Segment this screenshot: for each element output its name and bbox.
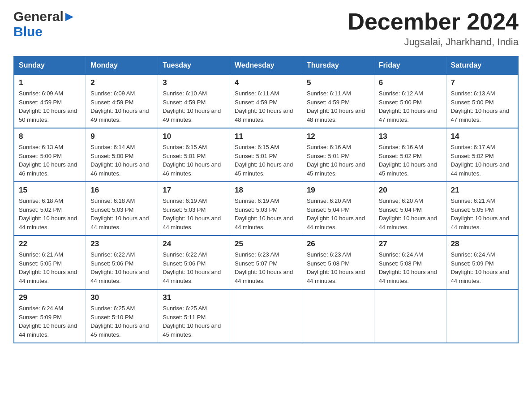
day-info: Sunrise: 6:18 AMSunset: 5:03 PMDaylight:…: [90, 197, 153, 231]
day-number: 18: [235, 186, 297, 195]
calendar-cell: 7Sunrise: 6:13 AMSunset: 5:00 PMDaylight…: [446, 74, 518, 128]
calendar-week-row: 8Sunrise: 6:13 AMSunset: 5:00 PMDaylight…: [14, 128, 518, 182]
day-info: Sunrise: 6:11 AMSunset: 4:59 PMDaylight:…: [235, 89, 297, 124]
day-number: 27: [379, 240, 442, 248]
col-thursday: Thursday: [302, 56, 374, 74]
calendar-cell: 16Sunrise: 6:18 AMSunset: 5:03 PMDayligh…: [86, 182, 158, 235]
day-info: Sunrise: 6:13 AMSunset: 5:00 PMDaylight:…: [451, 89, 513, 124]
day-number: 28: [451, 240, 513, 248]
day-info: Sunrise: 6:23 AMSunset: 5:07 PMDaylight:…: [235, 250, 297, 285]
day-info: Sunrise: 6:09 AMSunset: 4:59 PMDaylight:…: [19, 89, 81, 124]
day-number: 31: [163, 293, 225, 302]
calendar-cell: 28Sunrise: 6:24 AMSunset: 5:09 PMDayligh…: [446, 235, 518, 289]
day-number: 21: [451, 186, 513, 195]
calendar-cell: 15Sunrise: 6:18 AMSunset: 5:02 PMDayligh…: [14, 182, 86, 235]
day-number: 7: [451, 78, 513, 87]
calendar-cell: 12Sunrise: 6:16 AMSunset: 5:01 PMDayligh…: [302, 128, 374, 182]
calendar-cell: 24Sunrise: 6:22 AMSunset: 5:06 PMDayligh…: [158, 235, 230, 289]
calendar-cell: 18Sunrise: 6:19 AMSunset: 5:03 PMDayligh…: [230, 182, 302, 235]
calendar-cell: 6Sunrise: 6:12 AMSunset: 5:00 PMDaylight…: [374, 74, 446, 128]
day-info: Sunrise: 6:24 AMSunset: 5:09 PMDaylight:…: [451, 250, 513, 285]
day-number: 1: [19, 78, 81, 87]
calendar-cell: 22Sunrise: 6:21 AMSunset: 5:05 PMDayligh…: [14, 235, 86, 289]
calendar-cell: 29Sunrise: 6:24 AMSunset: 5:09 PMDayligh…: [14, 289, 86, 343]
logo-general-text: General: [13, 9, 64, 24]
day-info: Sunrise: 6:13 AMSunset: 5:00 PMDaylight:…: [19, 143, 81, 178]
day-info: Sunrise: 6:22 AMSunset: 5:06 PMDaylight:…: [90, 250, 153, 285]
day-number: 20: [379, 186, 442, 195]
calendar-table: Sunday Monday Tuesday Wednesday Thursday…: [13, 56, 519, 343]
day-info: Sunrise: 6:09 AMSunset: 4:59 PMDaylight:…: [90, 89, 153, 124]
day-number: 15: [19, 186, 81, 195]
day-number: 19: [307, 186, 369, 195]
day-number: 14: [451, 132, 513, 141]
day-info: Sunrise: 6:14 AMSunset: 5:00 PMDaylight:…: [90, 143, 153, 178]
col-saturday: Saturday: [446, 56, 518, 74]
day-number: 26: [307, 240, 369, 248]
day-info: Sunrise: 6:15 AMSunset: 5:01 PMDaylight:…: [235, 143, 297, 178]
day-number: 3: [163, 78, 225, 87]
calendar-cell: 14Sunrise: 6:17 AMSunset: 5:02 PMDayligh…: [446, 128, 518, 182]
day-info: Sunrise: 6:24 AMSunset: 5:08 PMDaylight:…: [379, 250, 442, 285]
day-info: Sunrise: 6:10 AMSunset: 4:59 PMDaylight:…: [163, 89, 225, 124]
calendar-cell: 9Sunrise: 6:14 AMSunset: 5:00 PMDaylight…: [86, 128, 158, 182]
col-friday: Friday: [374, 56, 446, 74]
calendar-cell: [302, 289, 374, 343]
day-info: Sunrise: 6:19 AMSunset: 5:03 PMDaylight:…: [163, 197, 225, 231]
day-number: 5: [307, 78, 369, 87]
day-number: 9: [90, 132, 153, 141]
calendar-cell: [374, 289, 446, 343]
calendar-cell: 21Sunrise: 6:21 AMSunset: 5:05 PMDayligh…: [446, 182, 518, 235]
day-info: Sunrise: 6:15 AMSunset: 5:01 PMDaylight:…: [163, 143, 225, 178]
calendar-cell: 23Sunrise: 6:22 AMSunset: 5:06 PMDayligh…: [86, 235, 158, 289]
day-number: 23: [90, 240, 153, 248]
day-info: Sunrise: 6:20 AMSunset: 5:04 PMDaylight:…: [307, 197, 369, 231]
calendar-cell: 30Sunrise: 6:25 AMSunset: 5:10 PMDayligh…: [86, 289, 158, 343]
logo-arrow-icon: [64, 12, 74, 22]
day-info: Sunrise: 6:23 AMSunset: 5:08 PMDaylight:…: [307, 250, 369, 285]
svg-marker-0: [65, 13, 73, 21]
calendar-cell: 25Sunrise: 6:23 AMSunset: 5:07 PMDayligh…: [230, 235, 302, 289]
day-info: Sunrise: 6:24 AMSunset: 5:09 PMDaylight:…: [19, 304, 81, 339]
col-tuesday: Tuesday: [158, 56, 230, 74]
day-info: Sunrise: 6:21 AMSunset: 5:05 PMDaylight:…: [19, 250, 81, 285]
day-number: 8: [19, 132, 81, 141]
day-number: 30: [90, 293, 153, 302]
day-number: 29: [19, 293, 81, 302]
title-block: December 2024 Jugsalai, Jharkhand, India: [348, 9, 519, 48]
page-header: General Blue December 2024 Jugsalai, Jha…: [13, 9, 519, 48]
day-info: Sunrise: 6:18 AMSunset: 5:02 PMDaylight:…: [19, 197, 81, 231]
calendar-week-row: 29Sunrise: 6:24 AMSunset: 5:09 PMDayligh…: [14, 289, 518, 343]
day-info: Sunrise: 6:17 AMSunset: 5:02 PMDaylight:…: [451, 143, 513, 178]
day-info: Sunrise: 6:22 AMSunset: 5:06 PMDaylight:…: [163, 250, 225, 285]
calendar-week-row: 1Sunrise: 6:09 AMSunset: 4:59 PMDaylight…: [14, 74, 518, 128]
month-title: December 2024: [348, 9, 519, 34]
col-wednesday: Wednesday: [230, 56, 302, 74]
calendar-cell: 26Sunrise: 6:23 AMSunset: 5:08 PMDayligh…: [302, 235, 374, 289]
day-number: 22: [19, 240, 81, 248]
day-number: 24: [163, 240, 225, 248]
calendar-cell: 20Sunrise: 6:20 AMSunset: 5:04 PMDayligh…: [374, 182, 446, 235]
day-number: 16: [90, 186, 153, 195]
col-sunday: Sunday: [14, 56, 86, 74]
day-info: Sunrise: 6:25 AMSunset: 5:11 PMDaylight:…: [163, 304, 225, 339]
calendar-cell: 4Sunrise: 6:11 AMSunset: 4:59 PMDaylight…: [230, 74, 302, 128]
calendar-cell: 1Sunrise: 6:09 AMSunset: 4:59 PMDaylight…: [14, 74, 86, 128]
day-info: Sunrise: 6:21 AMSunset: 5:05 PMDaylight:…: [451, 197, 513, 231]
day-number: 17: [163, 186, 225, 195]
calendar-week-row: 22Sunrise: 6:21 AMSunset: 5:05 PMDayligh…: [14, 235, 518, 289]
calendar-cell: 10Sunrise: 6:15 AMSunset: 5:01 PMDayligh…: [158, 128, 230, 182]
col-monday: Monday: [86, 56, 158, 74]
calendar-cell: 31Sunrise: 6:25 AMSunset: 5:11 PMDayligh…: [158, 289, 230, 343]
calendar-cell: 3Sunrise: 6:10 AMSunset: 4:59 PMDaylight…: [158, 74, 230, 128]
day-info: Sunrise: 6:12 AMSunset: 5:00 PMDaylight:…: [379, 89, 442, 124]
logo-blue-text: Blue: [13, 24, 43, 39]
calendar-cell: 19Sunrise: 6:20 AMSunset: 5:04 PMDayligh…: [302, 182, 374, 235]
day-number: 6: [379, 78, 442, 87]
calendar-header-row: Sunday Monday Tuesday Wednesday Thursday…: [14, 56, 518, 74]
calendar-cell: 27Sunrise: 6:24 AMSunset: 5:08 PMDayligh…: [374, 235, 446, 289]
day-number: 13: [379, 132, 442, 141]
day-number: 10: [163, 132, 225, 141]
calendar-cell: 8Sunrise: 6:13 AMSunset: 5:00 PMDaylight…: [14, 128, 86, 182]
calendar-cell: 13Sunrise: 6:16 AMSunset: 5:02 PMDayligh…: [374, 128, 446, 182]
